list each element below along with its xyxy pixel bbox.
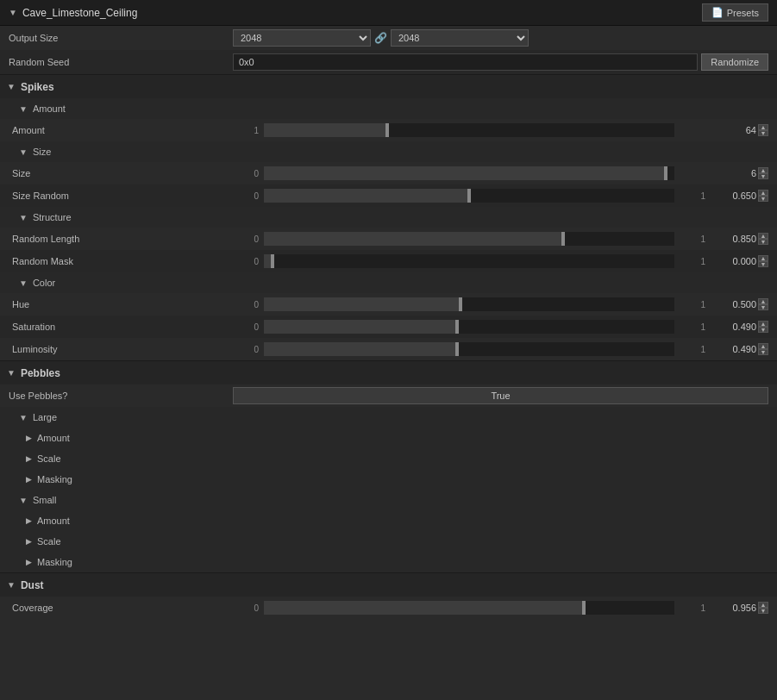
random-seed-input[interactable]	[233, 53, 698, 71]
output-size-label: Output Size	[9, 33, 233, 43]
random-length-spinner-up[interactable]: ▲	[758, 233, 768, 239]
spikes-amount-min: 1	[233, 126, 259, 135]
coverage-spinner[interactable]: ▲ ▼	[758, 602, 768, 614]
spikes-size-random-spinner[interactable]: ▲ ▼	[758, 190, 768, 202]
amount-subsection-header[interactable]: ▼ Amount	[0, 98, 777, 119]
hue-spinner-up[interactable]: ▲	[758, 298, 768, 304]
random-mask-spinner-up[interactable]: ▲	[758, 255, 768, 261]
luminosity-value: 0.490	[709, 344, 756, 354]
collapse-arrow-icon[interactable]: ▼	[9, 8, 17, 17]
dust-section-header[interactable]: ▼ Dust	[0, 572, 777, 597]
document-title: Cave_Limestone_Ceiling	[22, 7, 137, 19]
output-size-row: Output Size 2048 🔗 2048	[0, 26, 777, 50]
random-mask-slider[interactable]	[264, 254, 674, 268]
hue-slider-fill	[264, 297, 461, 311]
random-mask-label: Random Mask	[9, 256, 233, 266]
spikes-size-random-label: Size Random	[9, 191, 233, 201]
random-mask-min: 0	[233, 257, 259, 266]
spikes-amount-slider[interactable]	[264, 123, 674, 137]
output-size-select-width[interactable]: 2048	[233, 29, 371, 47]
spikes-size-slider[interactable]	[264, 166, 674, 180]
luminosity-slider-thumb	[455, 342, 459, 356]
use-pebbles-toggle[interactable]: True	[233, 387, 768, 404]
luminosity-label: Luminosity	[9, 344, 233, 354]
hue-value: 0.500	[709, 299, 756, 309]
random-length-value: 0.850	[709, 234, 756, 244]
random-mask-spinner[interactable]: ▲ ▼	[758, 255, 768, 267]
randomize-button[interactable]: Randomize	[701, 53, 768, 71]
small-amount-item[interactable]: ▶ Amount	[0, 510, 777, 531]
spikes-size-spinner[interactable]: ▲ ▼	[758, 167, 768, 179]
small-masking-label: Masking	[37, 557, 72, 567]
random-mask-max: 1	[680, 257, 705, 266]
large-scale-item[interactable]: ▶ Scale	[0, 448, 777, 469]
pebbles-section-header[interactable]: ▼ Pebbles	[0, 360, 777, 384]
output-size-select-height[interactable]: 2048	[391, 29, 529, 47]
title-bar: ▼ Cave_Limestone_Ceiling 📄 Presets	[0, 0, 777, 26]
random-mask-spinner-down[interactable]: ▼	[758, 261, 768, 267]
saturation-spinner-down[interactable]: ▼	[758, 327, 768, 333]
spikes-size-random-spinner-down[interactable]: ▼	[758, 196, 768, 202]
spikes-section-header[interactable]: ▼ Spikes	[0, 74, 777, 98]
saturation-spinner-up[interactable]: ▲	[758, 321, 768, 327]
saturation-spinner[interactable]: ▲ ▼	[758, 321, 768, 333]
luminosity-spinner-up[interactable]: ▲	[758, 343, 768, 349]
spikes-size-min: 0	[233, 169, 259, 178]
presets-icon: 📄	[711, 7, 724, 18]
size-subsection-label: Size	[33, 147, 51, 157]
size-subsection-header[interactable]: ▼ Size	[0, 141, 777, 162]
spikes-size-random-min: 0	[233, 191, 259, 201]
large-amount-item[interactable]: ▶ Amount	[0, 428, 777, 448]
hue-label: Hue	[9, 299, 233, 309]
large-scale-arrow-icon: ▶	[26, 454, 32, 463]
large-masking-item[interactable]: ▶ Masking	[0, 469, 777, 490]
dust-section-label: Dust	[21, 579, 44, 591]
spikes-size-label: Size	[9, 168, 233, 178]
random-length-spinner-down[interactable]: ▼	[758, 239, 768, 245]
small-masking-item[interactable]: ▶ Masking	[0, 552, 777, 572]
spikes-size-spinner-down[interactable]: ▼	[758, 173, 768, 179]
spikes-size-value: 6	[709, 168, 756, 178]
small-amount-arrow-icon: ▶	[26, 516, 32, 525]
coverage-slider[interactable]	[264, 601, 674, 615]
amount-subsection-arrow-icon: ▼	[19, 104, 28, 114]
small-subsection-arrow-icon: ▼	[19, 496, 28, 505]
large-subsection-arrow-icon: ▼	[19, 413, 28, 422]
spikes-size-random-row: Size Random 0 1 0.650 ▲ ▼	[0, 184, 777, 207]
luminosity-slider[interactable]	[264, 342, 674, 356]
hue-spinner[interactable]: ▲ ▼	[758, 298, 768, 310]
random-mask-value: 0.000	[709, 256, 756, 266]
link-icon: 🔗	[374, 32, 387, 44]
random-length-spinner[interactable]: ▲ ▼	[758, 233, 768, 245]
saturation-slider[interactable]	[264, 320, 674, 334]
color-subsection-header[interactable]: ▼ Color	[0, 272, 777, 293]
spikes-size-random-max: 1	[680, 191, 705, 201]
presets-button[interactable]: 📄 Presets	[702, 3, 768, 22]
luminosity-spinner[interactable]: ▲ ▼	[758, 343, 768, 355]
luminosity-row: Luminosity 0 1 0.490 ▲ ▼	[0, 338, 777, 360]
small-scale-arrow-icon: ▶	[26, 537, 32, 546]
color-subsection-arrow-icon: ▼	[19, 278, 28, 288]
spikes-size-random-slider-thumb	[467, 189, 471, 203]
luminosity-slider-fill	[264, 342, 457, 356]
coverage-spinner-up[interactable]: ▲	[758, 602, 768, 608]
small-scale-item[interactable]: ▶ Scale	[0, 531, 777, 552]
coverage-spinner-down[interactable]: ▼	[758, 608, 768, 614]
spikes-size-spinner-up[interactable]: ▲	[758, 167, 768, 173]
large-subsection-header[interactable]: ▼ Large	[0, 407, 777, 428]
random-length-slider-fill	[264, 232, 563, 246]
random-length-max: 1	[680, 234, 705, 244]
spikes-amount-spinner-down[interactable]: ▼	[758, 130, 768, 136]
hue-slider[interactable]	[264, 297, 674, 311]
spikes-amount-spinner[interactable]: ▲ ▼	[758, 124, 768, 136]
luminosity-spinner-down[interactable]: ▼	[758, 349, 768, 355]
coverage-min: 0	[233, 603, 259, 613]
spikes-amount-spinner-up[interactable]: ▲	[758, 124, 768, 130]
hue-spinner-down[interactable]: ▼	[758, 304, 768, 310]
random-length-slider[interactable]	[264, 232, 674, 246]
spikes-size-random-slider[interactable]	[264, 189, 674, 203]
spikes-amount-row: Amount 1 64 ▲ ▼	[0, 119, 777, 141]
small-subsection-header[interactable]: ▼ Small	[0, 490, 777, 510]
spikes-size-random-spinner-up[interactable]: ▲	[758, 190, 768, 196]
structure-subsection-header[interactable]: ▼ Structure	[0, 207, 777, 228]
